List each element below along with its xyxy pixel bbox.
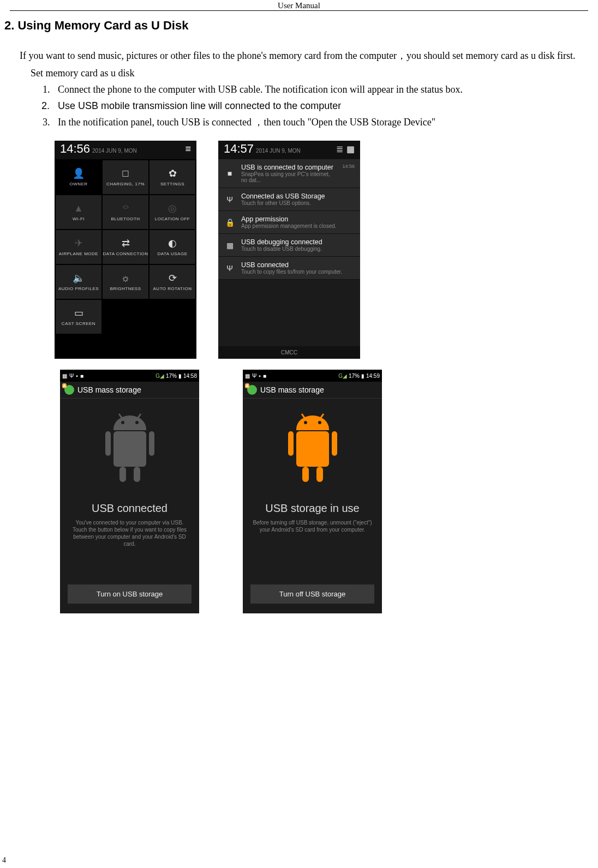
qs-label: OWNER — [69, 182, 87, 187]
steps-list: Connect the phone to the computer with U… — [20, 82, 576, 130]
section-title: 2. Using Memory Card as U Disk — [4, 19, 598, 33]
status-icon: ■ — [263, 373, 266, 379]
status-icon: ■ — [80, 373, 83, 379]
step-2: Use USB mobile transmission line will co… — [52, 98, 576, 113]
clock-date: 2014 JUN 9, MON — [256, 148, 301, 156]
qs-tile[interactable]: 🔈AUDIO PROFILES — [56, 265, 101, 299]
status-icon: ▪ — [259, 373, 261, 379]
notification-title: USB connected — [241, 261, 355, 269]
svg-point-15 — [318, 421, 321, 424]
qs-tile[interactable]: ◐DATA USAGE — [150, 230, 195, 264]
status-icon: ▦ — [245, 373, 250, 379]
status-icon: ▦ — [62, 373, 67, 379]
qs-label: CAST SCREEN — [62, 321, 95, 327]
qs-label: BLUETOOTH — [111, 216, 140, 222]
qs-tile[interactable]: ✿SETTINGS — [150, 160, 195, 194]
qs-icon: ✿ — [169, 167, 177, 179]
qs-label: LOCATION OFF — [155, 216, 190, 222]
step-1: Connect the phone to the computer with U… — [52, 82, 576, 97]
app-title: USB mass storage — [260, 385, 324, 394]
turn-off-usb-button[interactable]: Turn off USB storage — [250, 584, 374, 604]
notification-subtitle: Touch to copy files to/from your compute… — [241, 269, 355, 275]
notification-time: 14:56 — [342, 164, 355, 183]
qs-label: SETTINGS — [160, 182, 184, 187]
notification-subtitle: SnapPea is using your PC's internet, no … — [241, 171, 337, 183]
qs-tile[interactable]: ▭CAST SCREEN — [56, 300, 101, 334]
qs-icon: ⌔ — [123, 203, 129, 214]
carrier-label: CMCC — [218, 346, 360, 359]
clear-icon[interactable]: ≣ — [336, 144, 343, 154]
qs-icon: ◐ — [168, 237, 177, 249]
qs-label: AUDIO PROFILES — [58, 286, 99, 292]
step-3: In the notification panel, touch USB is … — [52, 114, 576, 130]
notification-subtitle: Touch to disable USB debugging. — [241, 246, 355, 252]
status-icon: ▪ — [76, 373, 78, 379]
qs-icon: ▲ — [74, 203, 83, 214]
notification-icon: Ψ — [224, 261, 236, 275]
svg-rect-13 — [316, 467, 323, 482]
svg-rect-12 — [302, 467, 309, 482]
notification-title: USB debugging connected — [241, 238, 355, 246]
notification-icon: ■ — [224, 164, 236, 183]
app-title: USB mass storage — [77, 385, 141, 394]
battery-label: 17% — [349, 373, 360, 379]
svg-point-5 — [121, 421, 124, 424]
qs-icon: ◎ — [168, 202, 177, 214]
signal-icon: G◢ — [338, 373, 347, 379]
qs-icon: 🔈 — [73, 272, 85, 284]
notification-title: App permission — [241, 215, 355, 223]
svg-point-14 — [304, 421, 307, 424]
qs-icon: ▭ — [74, 307, 83, 319]
svg-rect-1 — [105, 431, 111, 456]
svg-rect-10 — [288, 431, 294, 456]
clock-time: 14:56 — [60, 142, 90, 156]
qs-tile[interactable]: □CHARGING, 17% — [103, 160, 148, 194]
notification-item[interactable]: ▦USB debugging connectedTouch to disable… — [218, 234, 360, 257]
screenshot-usb-connected: ▦Ψ▪■ G◢ 17% ▮ 14:58 USB mass storage — [60, 370, 199, 613]
qs-label: AUTO ROTATION — [153, 286, 192, 292]
usb-subtext: You've connected to your computer via US… — [70, 519, 190, 547]
qs-tile[interactable]: ☼BRIGHTNESS — [103, 265, 148, 299]
qs-label: CHARGING, 17% — [106, 182, 145, 187]
list-icon[interactable]: ≡ — [185, 143, 191, 155]
status-icon: Ψ — [69, 373, 74, 379]
page-header: User Manual — [10, 0, 588, 11]
qs-tile[interactable]: ⇄DATA CONNECTION — [103, 230, 148, 264]
figures-row-1: 14:56 2014 JUN 9, MON ≡ 👤OWNER□CHARGING,… — [55, 141, 598, 359]
notification-title: Connected as USB Storage — [241, 192, 355, 200]
qs-icon: 👤 — [73, 167, 85, 179]
figures-row-2: ▦Ψ▪■ G◢ 17% ▮ 14:58 USB mass storage — [60, 370, 598, 613]
notification-item[interactable]: 🔒App permissionApp permission management… — [218, 211, 360, 234]
svg-rect-9 — [296, 431, 329, 467]
battery-label: 17% — [166, 373, 177, 379]
qs-label: WI-FI — [73, 216, 85, 222]
qs-tile[interactable]: ▲WI-FI — [56, 195, 101, 229]
usb-heading: USB connected — [92, 502, 168, 515]
qs-label: DATA CONNECTION — [103, 251, 148, 257]
screenshot-usb-in-use: ▦Ψ▪■ G◢ 17% ▮ 14:59 USB mass storage — [243, 370, 382, 613]
turn-on-usb-button[interactable]: Turn on USB storage — [68, 584, 192, 604]
svg-rect-11 — [332, 431, 337, 456]
grid-icon[interactable]: ▦ — [346, 144, 355, 154]
qs-tile[interactable]: ⌔BLUETOOTH — [103, 195, 148, 229]
status-icon: Ψ — [252, 373, 256, 379]
qs-label: BRIGHTNESS — [110, 286, 141, 292]
screenshot-quick-settings: 14:56 2014 JUN 9, MON ≡ 👤OWNER□CHARGING,… — [55, 141, 196, 359]
qs-label: DATA USAGE — [158, 251, 188, 257]
android-icon — [89, 407, 171, 495]
notification-icon: Ψ — [224, 192, 236, 206]
qs-tile[interactable]: ⟳AUTO ROTATION — [150, 265, 195, 299]
qs-tile[interactable]: 👤OWNER — [56, 160, 101, 194]
notification-icon: 🔒 — [224, 215, 236, 229]
qs-label: AIRPLANE MODE — [59, 251, 98, 257]
qs-icon: ⇄ — [122, 237, 130, 249]
notification-item[interactable]: ΨUSB connectedTouch to copy files to/fro… — [218, 257, 360, 280]
qs-tile[interactable]: ✈AIRPLANE MODE — [56, 230, 101, 264]
android-logo-icon — [64, 385, 74, 395]
notification-item[interactable]: ■USB is connected to computerSnapPea is … — [218, 159, 360, 188]
notification-icon: ▦ — [224, 238, 236, 252]
android-icon — [272, 407, 354, 495]
notification-item[interactable]: ΨConnected as USB StorageTouch for other… — [218, 188, 360, 211]
svg-point-6 — [135, 421, 139, 424]
qs-tile[interactable]: ◎LOCATION OFF — [150, 195, 195, 229]
